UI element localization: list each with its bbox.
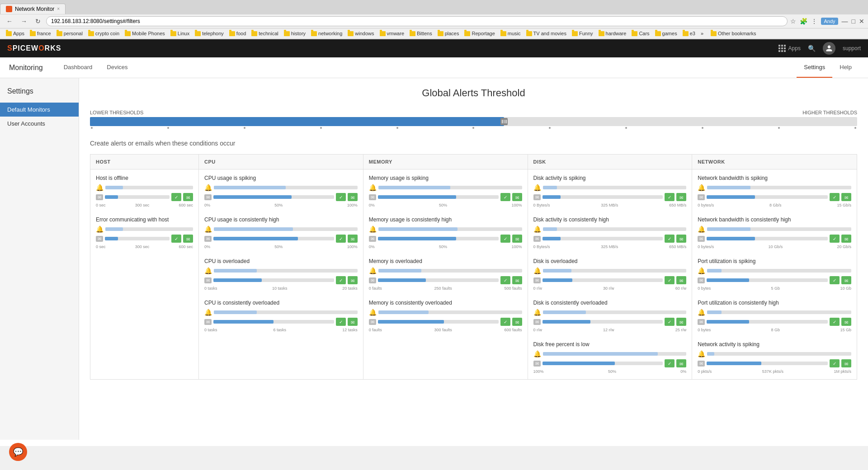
alert-slider[interactable] <box>378 269 522 273</box>
bookmark-music[interactable]: music <box>498 30 523 37</box>
bookmark-cars[interactable]: Cars <box>629 30 651 37</box>
alert-slider[interactable] <box>214 186 358 189</box>
save-monitor-button[interactable]: ✓ <box>171 235 181 243</box>
close-window-icon[interactable]: ✕ <box>859 18 864 25</box>
save-monitor-button[interactable]: ✓ <box>665 235 675 243</box>
bookmark-tv[interactable]: TV and movies <box>524 30 569 37</box>
alert-slider[interactable] <box>378 227 522 231</box>
bookmark-vmware[interactable]: vmware <box>377 30 407 37</box>
email-slider[interactable] <box>213 237 334 240</box>
nav-dashboard[interactable]: Dashboard <box>57 57 100 78</box>
email-toggle-button[interactable]: ✉ <box>348 235 358 243</box>
bookmark-linux[interactable]: Linux <box>168 30 192 37</box>
refresh-button[interactable]: ↻ <box>33 17 43 26</box>
back-button[interactable]: ← <box>4 17 15 26</box>
bookmark-other[interactable]: Other bookmarks <box>708 30 758 37</box>
maximize-icon[interactable]: □ <box>852 18 855 25</box>
alert-slider[interactable] <box>707 227 851 231</box>
alert-slider[interactable] <box>543 352 687 356</box>
alert-slider[interactable] <box>707 310 851 314</box>
email-toggle-button[interactable]: ✉ <box>841 193 851 201</box>
save-monitor-button[interactable]: ✓ <box>665 318 675 326</box>
alert-slider[interactable] <box>105 186 193 189</box>
email-slider[interactable] <box>542 278 663 282</box>
email-toggle-button[interactable]: ✉ <box>348 318 358 326</box>
email-slider[interactable] <box>378 237 499 240</box>
email-slider[interactable] <box>707 320 828 324</box>
alert-slider[interactable] <box>707 352 851 356</box>
bookmark-reportage[interactable]: Reportage <box>462 30 497 37</box>
threshold-slider-handle[interactable] <box>500 118 508 125</box>
bookmark-places[interactable]: places <box>435 30 462 37</box>
bookmark-e3[interactable]: e3 <box>680 30 698 37</box>
email-slider[interactable] <box>105 237 170 240</box>
alert-slider[interactable] <box>707 269 851 273</box>
bookmark-personal[interactable]: personal <box>54 30 85 37</box>
save-monitor-button[interactable]: ✓ <box>665 193 675 201</box>
email-toggle-button[interactable]: ✉ <box>676 276 686 284</box>
forward-button[interactable]: → <box>18 17 30 26</box>
alert-slider[interactable] <box>707 186 851 189</box>
save-monitor-button[interactable]: ✓ <box>665 359 675 367</box>
bookmark-technical[interactable]: technical <box>249 30 280 37</box>
email-toggle-button[interactable]: ✉ <box>676 359 686 367</box>
browser-menu-icon[interactable]: ⋮ <box>811 18 817 25</box>
user-avatar[interactable] <box>823 42 835 55</box>
email-toggle-button[interactable]: ✉ <box>676 193 686 201</box>
alert-slider[interactable] <box>214 310 358 314</box>
apps-menu-button[interactable]: Apps <box>778 45 801 52</box>
bookmark-windows[interactable]: windows <box>345 30 376 37</box>
bookmark-games[interactable]: games <box>653 30 679 37</box>
email-slider[interactable] <box>378 195 499 199</box>
alert-slider[interactable] <box>378 186 522 189</box>
email-slider[interactable] <box>542 362 663 365</box>
alert-slider[interactable] <box>543 227 687 231</box>
sidebar-item-user-accounts[interactable]: User Accounts <box>0 117 79 131</box>
email-toggle-button[interactable]: ✉ <box>348 193 358 201</box>
support-link[interactable]: support <box>843 45 861 52</box>
email-toggle-button[interactable]: ✉ <box>841 235 851 243</box>
bookmark-bittens[interactable]: Bittens <box>407 30 434 37</box>
save-monitor-button[interactable]: ✓ <box>830 318 840 326</box>
bookmark-hardware[interactable]: hardware <box>596 30 629 37</box>
email-toggle-button[interactable]: ✉ <box>841 276 851 284</box>
email-slider[interactable] <box>542 237 663 240</box>
address-bar[interactable] <box>46 16 788 26</box>
bookmark-crypto[interactable]: crypto coin <box>86 30 122 37</box>
alert-slider[interactable] <box>543 310 687 314</box>
save-monitor-button[interactable]: ✓ <box>171 193 181 201</box>
save-monitor-button[interactable]: ✓ <box>336 193 346 201</box>
alert-slider[interactable] <box>543 269 687 273</box>
minimize-icon[interactable]: — <box>842 18 848 25</box>
nav-devices[interactable]: Devices <box>99 57 135 78</box>
email-toggle-button[interactable]: ✉ <box>512 318 522 326</box>
alert-slider[interactable] <box>214 227 358 231</box>
bookmark-apps[interactable]: Apps <box>4 30 27 37</box>
save-monitor-button[interactable]: ✓ <box>830 276 840 284</box>
email-toggle-button[interactable]: ✉ <box>841 359 851 367</box>
bookmark-networking[interactable]: networking <box>309 30 344 37</box>
bookmark-funny[interactable]: Funny <box>570 30 595 37</box>
email-slider[interactable] <box>213 278 334 282</box>
bookmark-history[interactable]: history <box>282 30 308 37</box>
save-monitor-button[interactable]: ✓ <box>830 193 840 201</box>
bookmark-more[interactable]: » <box>698 30 706 37</box>
save-monitor-button[interactable]: ✓ <box>500 276 510 284</box>
threshold-slider-track[interactable] <box>90 117 857 126</box>
email-slider[interactable] <box>542 195 663 199</box>
email-slider[interactable] <box>707 195 828 199</box>
email-slider[interactable] <box>213 320 334 324</box>
email-toggle-button[interactable]: ✉ <box>841 318 851 326</box>
email-toggle-button[interactable]: ✉ <box>512 193 522 201</box>
bookmark-telephony[interactable]: telephony <box>193 30 226 37</box>
save-monitor-button[interactable]: ✓ <box>500 235 510 243</box>
email-toggle-button[interactable]: ✉ <box>676 318 686 326</box>
email-slider[interactable] <box>378 320 499 324</box>
save-monitor-button[interactable]: ✓ <box>830 359 840 367</box>
alert-slider[interactable] <box>214 269 358 273</box>
active-tab[interactable]: Network Monitor × <box>0 4 66 14</box>
nav-settings[interactable]: Settings <box>797 57 832 78</box>
user-badge[interactable]: Andy <box>821 18 838 25</box>
email-slider[interactable] <box>542 320 663 324</box>
bookmark-france[interactable]: france <box>28 30 53 37</box>
